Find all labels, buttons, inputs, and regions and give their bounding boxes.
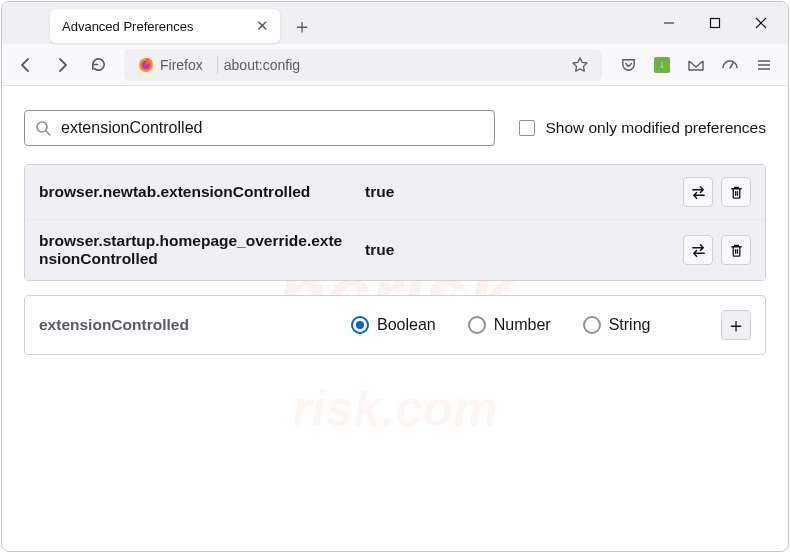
reload-button[interactable] xyxy=(82,49,114,81)
search-row: Show only modified preferences xyxy=(24,110,766,146)
radio-boolean[interactable]: Boolean xyxy=(351,316,436,334)
identity-label: Firefox xyxy=(160,57,203,73)
toggle-button[interactable] xyxy=(683,235,713,265)
pref-value: true xyxy=(365,183,667,201)
svg-rect-1 xyxy=(711,19,720,28)
firefox-icon xyxy=(138,57,154,73)
close-tab-button[interactable]: ✕ xyxy=(252,16,272,36)
toggle-icon xyxy=(690,184,707,201)
svg-line-6 xyxy=(730,63,733,68)
show-modified-checkbox[interactable]: Show only modified preferences xyxy=(519,119,766,137)
url-text[interactable]: about:config xyxy=(224,57,558,73)
radio-label: Boolean xyxy=(377,316,436,334)
tab-title: Advanced Preferences xyxy=(62,19,244,34)
extension-button[interactable]: ↓ xyxy=(646,49,678,81)
content-area: Show only modified preferences browser.n… xyxy=(2,86,788,379)
trash-icon xyxy=(729,243,744,258)
checkbox-box[interactable] xyxy=(519,120,535,136)
search-icon xyxy=(35,120,51,136)
back-button[interactable] xyxy=(10,49,42,81)
browser-tab[interactable]: Advanced Preferences ✕ xyxy=(50,9,280,43)
url-divider xyxy=(217,56,218,74)
radio-number[interactable]: Number xyxy=(468,316,551,334)
tab-strip: Advanced Preferences ✕ ＋ xyxy=(2,2,788,44)
pref-row: browser.startup.homepage_override.extens… xyxy=(25,220,765,280)
search-input[interactable] xyxy=(61,119,484,137)
new-tab-button[interactable]: ＋ xyxy=(286,10,318,42)
maximize-button[interactable] xyxy=(692,2,738,44)
search-box[interactable] xyxy=(24,110,495,146)
delete-button[interactable] xyxy=(721,235,751,265)
results-list: browser.newtab.extensionControlled true … xyxy=(24,164,766,281)
mail-button[interactable] xyxy=(680,49,712,81)
checkbox-label: Show only modified preferences xyxy=(545,119,766,137)
pref-name: browser.newtab.extensionControlled xyxy=(39,183,349,201)
watermark-sub: risk.com xyxy=(292,380,498,438)
pref-row: browser.newtab.extensionControlled true xyxy=(25,165,765,220)
add-pref-name: extensionControlled xyxy=(39,316,335,334)
nav-toolbar: Firefox about:config ↓ xyxy=(2,44,788,86)
window-controls xyxy=(646,2,784,44)
dashboard-button[interactable] xyxy=(714,49,746,81)
url-bar[interactable]: Firefox about:config xyxy=(124,49,602,81)
trash-icon xyxy=(729,185,744,200)
minimize-button[interactable] xyxy=(646,2,692,44)
toggle-icon xyxy=(690,242,707,259)
radio-label: String xyxy=(609,316,651,334)
close-window-button[interactable] xyxy=(738,2,784,44)
radio-string[interactable]: String xyxy=(583,316,651,334)
pref-value: true xyxy=(365,241,667,259)
toggle-button[interactable] xyxy=(683,177,713,207)
identity-box[interactable]: Firefox xyxy=(130,55,211,75)
extension-icon: ↓ xyxy=(654,57,670,73)
add-pref-button[interactable]: ＋ xyxy=(721,310,751,340)
svg-line-11 xyxy=(46,131,50,135)
radio-label: Number xyxy=(494,316,551,334)
pref-name: browser.startup.homepage_override.extens… xyxy=(39,232,349,268)
pocket-button[interactable] xyxy=(612,49,644,81)
forward-button[interactable] xyxy=(46,49,78,81)
bookmark-star-button[interactable] xyxy=(564,49,596,81)
delete-button[interactable] xyxy=(721,177,751,207)
add-pref-row: extensionControlled Boolean Number Strin… xyxy=(24,295,766,355)
app-menu-button[interactable] xyxy=(748,49,780,81)
type-radio-group: Boolean Number String xyxy=(351,316,705,334)
